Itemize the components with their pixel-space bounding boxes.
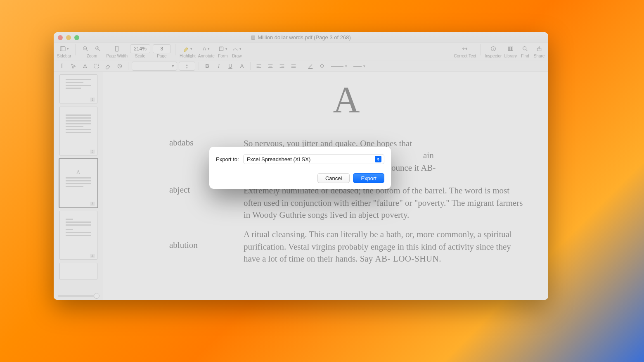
dropdown-stepper-icon <box>375 156 381 162</box>
export-dialog: Export to: Excel Spreadsheet (XLSX) Canc… <box>209 147 391 189</box>
export-button[interactable]: Export <box>353 173 384 183</box>
export-format-dropdown[interactable]: Excel Spreadsheet (XLSX) <box>243 154 384 164</box>
export-to-label: Export to: <box>216 156 239 162</box>
desktop-wallpaper: Million dollar words.pdf (Page 3 of 268)… <box>0 0 644 362</box>
export-format-selected: Excel Spreadsheet (XLSX) <box>247 156 311 162</box>
cancel-button[interactable]: Cancel <box>317 173 350 183</box>
